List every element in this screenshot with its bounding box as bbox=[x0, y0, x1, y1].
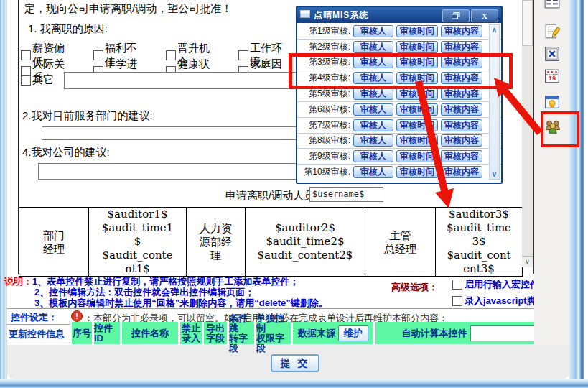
audit-level-row-9: 第9级审核:审核人审核时间审核内容 bbox=[297, 149, 501, 165]
audit-level-row-10: 第10级审核:审核人审核时间审核内容 bbox=[297, 165, 501, 180]
submit-button[interactable]: 提 交 bbox=[271, 354, 319, 372]
calendar-icon[interactable]: 19 bbox=[544, 68, 560, 84]
audit-level-label: 第10级审核: bbox=[297, 166, 350, 178]
audit-level-label: 第8级审核: bbox=[297, 134, 350, 147]
dialog-scrollbar[interactable]: ∧ ∨ bbox=[489, 24, 500, 180]
datasource-cell: 数据来源 维护 bbox=[293, 322, 373, 344]
macro-option-label: 启用行输入宏控件 bbox=[465, 278, 539, 291]
section-divider bbox=[7, 308, 569, 309]
audit-content-button[interactable]: 审核内容 bbox=[441, 150, 482, 162]
dialog-scroll-up-icon[interactable]: ∧ bbox=[490, 26, 499, 34]
edit-document-icon[interactable] bbox=[544, 24, 560, 40]
form-list-icon[interactable] bbox=[544, 0, 560, 9]
auditor-button[interactable]: 审核人 bbox=[353, 150, 393, 162]
audit-time-button[interactable]: 审核时间 bbox=[396, 150, 438, 162]
audit-content-button[interactable]: 审核内容 bbox=[441, 134, 482, 147]
datasource-label: 数据来源 bbox=[298, 328, 335, 338]
question2-label: 2.我对目前服务部门的建议: bbox=[22, 109, 153, 123]
window-border-right bbox=[569, 0, 584, 379]
note-line-2: 2、控件编辑方法：双击控件就会弹出控件编辑页面； bbox=[4, 287, 328, 297]
table-cell-audit3-vars: $auditor3$$audit_time3$$audit_content3$ bbox=[436, 208, 523, 277]
dialog-title: 点晴MIS系统 bbox=[314, 9, 368, 22]
audit-time-button[interactable]: 审核时间 bbox=[396, 41, 438, 53]
scrollbar-thumb[interactable] bbox=[522, 0, 533, 46]
autocalc-label: 自动计算本控件 bbox=[402, 328, 467, 338]
dialog-scroll-down-icon[interactable]: ∨ bbox=[490, 170, 499, 178]
audit-time-button[interactable]: 审核时间 bbox=[396, 103, 438, 116]
table-cell-dept-manager: 部门经理 bbox=[19, 208, 89, 277]
audit-level-row-6: 第6级审核:审核人审核时间审核内容 bbox=[297, 102, 501, 118]
notes-title: 说明： bbox=[4, 276, 32, 287]
auditor-button[interactable]: 审核人 bbox=[353, 41, 393, 53]
document-scrollbar[interactable]: ∨ bbox=[522, 0, 533, 267]
audit-level-row-7: 第7级审核:审核人审核时间审核内容 bbox=[297, 118, 501, 134]
column-header-control-id: 控件ID bbox=[94, 322, 120, 344]
stamp-icon[interactable] bbox=[544, 94, 560, 110]
app-window: 定，现向公司申请离职/调动，望公司批准！ 1. 我离职的原因: 薪资偏低 福利不… bbox=[0, 0, 588, 388]
warning-icon: ! bbox=[71, 310, 83, 322]
audit-time-button[interactable]: 审核时间 bbox=[396, 134, 438, 147]
audit-time-button[interactable]: 审核时间 bbox=[396, 166, 438, 178]
scrollbar-down-arrow-icon[interactable]: ∨ bbox=[522, 256, 533, 267]
window-border-bottom bbox=[0, 379, 588, 388]
audit-level-row-8: 第8级审核:审核人审核时间审核内容 bbox=[297, 134, 501, 149]
auditor-button[interactable]: 审核人 bbox=[353, 119, 393, 131]
advanced-option-row-macro: 启用行输入宏控件 bbox=[452, 278, 539, 291]
audit-level-label: 第6级审核: bbox=[297, 103, 350, 116]
audit-content-button[interactable]: 审核内容 bbox=[441, 88, 482, 100]
audit-level-label: 第7级审核: bbox=[297, 119, 350, 131]
dialog-close-button[interactable]: X bbox=[471, 9, 498, 22]
audit-time-button[interactable]: 审核时间 bbox=[396, 25, 438, 37]
column-header-control-name: 控件名称 bbox=[122, 322, 178, 344]
audit-level-row-1: 第1级审核:审核人审核时间审核内容 bbox=[297, 24, 501, 40]
auditor-button[interactable]: 审核人 bbox=[353, 88, 393, 100]
macro-checkbox[interactable] bbox=[452, 280, 462, 290]
column-header-export-field: 导出字段 bbox=[204, 322, 227, 344]
other-checkbox[interactable] bbox=[21, 75, 31, 86]
audit-time-button[interactable]: 审核时间 bbox=[396, 119, 438, 131]
audit-content-button[interactable]: 审核内容 bbox=[441, 25, 482, 37]
table-cell-hr-manager: 人力资源部经理 bbox=[187, 208, 246, 277]
mis-dialog: 点晴MIS系统 X 第1级审核:审核人审核时间审核内容 第2级审核:审核人审核时… bbox=[296, 6, 503, 184]
applicant-username-input[interactable]: $username$ bbox=[309, 187, 383, 202]
audit-content-button[interactable]: 审核内容 bbox=[441, 166, 482, 178]
audit-time-button[interactable]: 审核时间 bbox=[396, 88, 438, 100]
delete-control-icon[interactable] bbox=[544, 46, 560, 62]
advanced-options-label: 高级选项： bbox=[391, 281, 438, 294]
dialog-titlebar[interactable]: 点晴MIS系统 X bbox=[297, 7, 501, 23]
auditor-button[interactable]: 审核人 bbox=[353, 25, 393, 37]
audit-content-button[interactable]: 审核内容 bbox=[441, 103, 482, 116]
table-cell-audit2-vars: $auditor2$$audit_time2$$audit_content2$ bbox=[246, 208, 365, 277]
audit-content-button[interactable]: 审核内容 bbox=[441, 41, 482, 53]
dialog-restore-button[interactable] bbox=[442, 9, 470, 22]
auditor-button[interactable]: 审核人 bbox=[353, 166, 393, 178]
question1-label: 1. 我离职的原因: bbox=[28, 22, 108, 36]
audit-signature-table: 部门经理 $auditor1$$audit_time1$$audit_conte… bbox=[19, 207, 523, 277]
dialog-body: 第1级审核:审核人审核时间审核内容 第2级审核:审核人审核时间审核内容 第3级审… bbox=[297, 23, 501, 181]
autocalc-select[interactable]: ▼ bbox=[470, 325, 543, 341]
js-option-label: 录入javascript脚本 bbox=[465, 295, 546, 308]
maintain-button[interactable]: 维护 bbox=[338, 325, 368, 341]
other-label: 其它 bbox=[32, 73, 54, 87]
advanced-option-row-js: 录入javascript脚本 bbox=[452, 295, 546, 308]
auditor-button[interactable]: 审核人 bbox=[353, 103, 393, 116]
column-header-condition-jump: 条件跳转字段 bbox=[229, 322, 254, 344]
instructions-block: 说明：1、表单控件禁止进行复制，请严格按照规则手工添加表单控件； 2、控件编辑方… bbox=[4, 276, 328, 308]
control-settings-label: 控件设定： bbox=[11, 311, 57, 324]
question4-label: 4.我对公司的建议: bbox=[22, 146, 110, 160]
audit-level-label: 第5级审核: bbox=[297, 88, 350, 100]
intro-text: 定，现向公司申请离职/调动，望公司批准！ bbox=[24, 2, 232, 16]
window-border-left bbox=[0, 0, 7, 379]
dialog-window-icon bbox=[300, 10, 310, 20]
audit-level-label: 第1级审核: bbox=[297, 25, 350, 37]
column-header-forbid-entry: 禁止录入 bbox=[180, 322, 202, 344]
level3-highlight-box bbox=[289, 53, 513, 89]
auditor-button[interactable]: 审核人 bbox=[353, 134, 393, 147]
control-settings-toolbar: 序号 控件ID 控件名称 禁止录入 导出字段 条件跳转字段 单独控制权限字段 数… bbox=[72, 322, 569, 344]
javascript-checkbox[interactable] bbox=[452, 296, 462, 306]
audit-content-button[interactable]: 审核内容 bbox=[441, 119, 482, 131]
table-cell-general-manager: 主管总经理 bbox=[365, 208, 436, 277]
reason-row-other: 其它 bbox=[21, 73, 54, 87]
update-controls-button[interactable]: 更新控件信息 bbox=[3, 324, 70, 343]
note-line-1: 1、表单控件禁止进行复制，请严格按照规则手工添加表单控件； bbox=[32, 276, 299, 287]
